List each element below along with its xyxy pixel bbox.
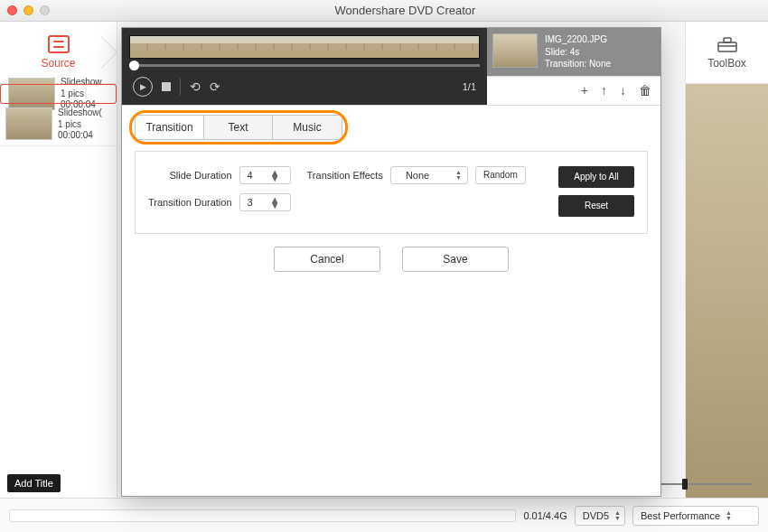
list-item-pics: 1 pics [61,89,102,100]
tab-transition[interactable]: Transition [136,116,204,139]
transition-duration-value: 3 [240,197,260,208]
chevron-right-icon [101,22,117,83]
right-rail: ToolBox [685,22,768,498]
svg-rect-1 [724,38,731,42]
svg-rect-0 [718,42,736,51]
add-clip-icon[interactable]: + [581,83,588,98]
clip-list: IMG_2200.JPG Slide: 4s Transition: None … [487,28,660,105]
rotate-left-icon[interactable]: ⟲ [190,79,201,94]
clip-meta: IMG_2200.JPG Slide: 4s Transition: None [545,33,611,70]
slide-duration-value: 4 [240,170,260,181]
source-label: Source [41,57,75,70]
move-up-icon[interactable]: ↑ [601,83,607,98]
transition-duration-stepper[interactable]: 3 ▲▼ [239,193,291,211]
modal-actions: Cancel Save [135,234,648,286]
player-controls: ▶ ⟲ ⟳ 1/1 [129,69,480,105]
thumbnail [5,107,52,140]
left-rail: Source Slideshow 1 pics 00:00:04 Slidesh… [0,22,117,498]
window-controls [7,5,50,15]
quality-select[interactable]: Best Performance ▲▼ [632,506,759,526]
duration-group: Slide Duration 4 ▲▼ Transition Duration … [148,166,291,211]
disc-type-value: DVD5 [583,510,609,521]
transition-duration-label: Transition Duration [148,197,232,208]
preview-image [129,35,480,59]
slider-thumb[interactable] [682,479,688,490]
toolbox-icon [716,35,738,53]
tab-source[interactable]: Source [0,22,117,83]
rotate-right-icon[interactable]: ⟳ [210,79,220,94]
quality-value: Best Performance [641,510,720,521]
player: ▶ ⟲ ⟳ 1/1 [122,28,487,105]
list-item[interactable]: Slideshow 1 pics 00:00:04 [0,84,117,104]
random-button[interactable]: Random [475,166,526,184]
minimize-icon[interactable] [23,5,33,15]
clip-filename: IMG_2200.JPG [545,33,611,46]
apply-group: Apply to All Reset [558,166,634,217]
slideshow-list: Slideshow 1 pics 00:00:04 Slideshow( 1 p… [0,83,117,146]
delete-icon[interactable]: 🗑 [639,83,651,98]
slideshow-editor-modal: ▶ ⟲ ⟳ 1/1 IMG_2200.JPG Slide: 4s Transit… [121,27,661,497]
source-icon [48,35,70,53]
transition-effects-value: None [406,170,429,181]
clip-slide: Slide: 4s [545,46,611,59]
list-item-meta: Slideshow( 1 pics 00:00:04 [58,107,102,142]
bottom-bar: 0.01/4.4G DVD5 ▲▼ Best Performance ▲▼ [0,498,768,532]
disc-type-select[interactable]: DVD5 ▲▼ [575,506,625,526]
play-button[interactable]: ▶ [133,77,153,97]
clip-transition: Transition: None [545,58,611,70]
tab-music[interactable]: Music [273,116,342,139]
clip-thumbnail [492,33,538,68]
progress-bar[interactable] [129,64,480,67]
editor-body: Transition Text Music Slide Duration 4 ▲… [122,106,660,497]
toolbox-label: ToolBox [707,57,746,70]
menu-background-preview [686,83,768,498]
close-icon[interactable] [7,5,17,15]
titlebar: Wondershare DVD Creator [0,0,768,22]
list-item-title: Slideshow( [58,107,102,119]
zoom-slider[interactable] [652,483,752,485]
frame-counter: 1/1 [463,81,476,92]
cancel-button[interactable]: Cancel [274,247,380,272]
tab-toolbox[interactable]: ToolBox [686,22,768,83]
transition-panel: Slide Duration 4 ▲▼ Transition Duration … [135,151,648,234]
effects-group: Transition Effects None ▲▼ Random [307,166,526,184]
stop-button[interactable] [162,82,171,91]
tab-text[interactable]: Text [204,116,273,139]
list-item[interactable]: Slideshow( 1 pics 00:00:04 [0,104,117,146]
slide-duration-stepper[interactable]: 4 ▲▼ [239,166,291,184]
window-title: Wondershare DVD Creator [50,4,761,17]
maximize-icon [40,5,50,15]
editor-tabs: Transition Text Music [135,115,342,140]
disc-size-text: 0.01/4.4G [523,510,567,521]
transition-effects-select[interactable]: None ▲▼ [390,166,468,184]
clip-row[interactable]: IMG_2200.JPG Slide: 4s Transition: None [487,28,660,76]
list-item-pics: 1 pics [58,119,102,131]
add-title-button[interactable]: Add Title [7,474,61,492]
slide-duration-label: Slide Duration [148,170,232,181]
reset-button[interactable]: Reset [558,195,634,217]
list-item-duration: 00:00:04 [58,130,102,142]
apply-all-button[interactable]: Apply to All [558,166,634,188]
transition-effects-label: Transition Effects [307,170,383,181]
stage: ▶ ⟲ ⟳ 1/1 IMG_2200.JPG Slide: 4s Transit… [122,28,660,106]
move-down-icon[interactable]: ↓ [620,83,626,98]
divider [180,79,181,95]
clip-tools: + ↑ ↓ 🗑 [487,76,660,105]
save-button[interactable]: Save [402,247,509,272]
timeline-track[interactable] [9,509,516,522]
